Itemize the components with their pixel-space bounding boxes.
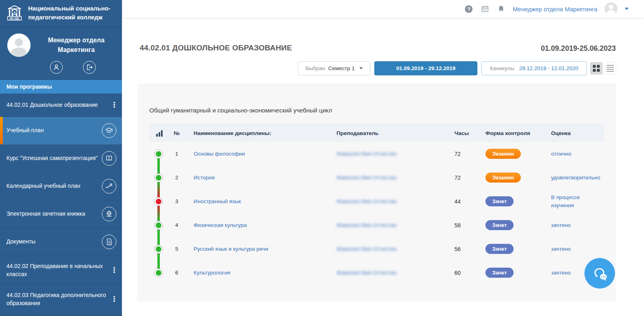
discipline-link[interactable]: Физическая культура [186,222,305,228]
view-toggles [590,62,616,75]
table-row: 2 История Фамилия Имя Отчество 72 Экзаме… [149,166,604,189]
teacher-name-blurred[interactable]: Фамилия Имя Отчество [334,222,451,228]
table-header: № Наименование дисциплины: Преподаватель… [149,124,604,142]
status-dot-red-icon [154,197,163,206]
teacher-avatar [308,265,324,281]
col-discipline: Наименование дисциплины: [186,130,305,136]
sidebar-item-self-presentation-course[interactable]: Курс "Успешная самопрезентация" [0,145,122,173]
chevron-down-icon [359,67,363,69]
status-dot-green-icon [154,150,163,158]
app-window: А НСПК Национальный социально- педагогич… [0,0,644,316]
sidebar: А НСПК Национальный социально- педагогич… [0,0,122,316]
topbar: ? Менеджер отдела Маркетинга [122,0,644,18]
sidebar-item-program-46-02-01[interactable]: 46.02.01 Документационное обеспечение уп… [0,314,122,316]
teacher-avatar [308,241,324,257]
cycle-title: Общий гуманитарный и социально-экономиче… [149,107,332,114]
page-title: 44.02.01 ДОШКОЛЬНОЕ ОБРАЗОВАНИЕ [140,44,292,52]
graduation-cap-icon [102,123,116,138]
chat-bubbles-icon [590,264,609,283]
semester-dates-button[interactable]: 01.09.2019 - 29.12.2019 [374,61,477,75]
logout-icon[interactable] [83,61,96,74]
table-row: 3 Иностранный язык Фамилия Имя Отчество … [149,189,604,213]
calendar-icon[interactable] [481,4,489,13]
program-date-range: 01.09.2019-25.06.2023 [541,44,616,53]
status-dot-green-icon [154,173,163,182]
sidebar-item-calendar-curriculum[interactable]: Календарный учебный план [0,173,122,200]
sidebar-item-curriculum[interactable]: Учебный план [0,117,122,145]
sidebar-profile: Менеджер отдела Маркетинга [0,27,122,80]
teacher-name-blurred[interactable]: Фамилия Имя Отчество [334,175,451,181]
chat-button[interactable] [584,258,615,289]
col-control: Форма контроля [482,130,547,136]
curriculum-card: Общий гуманитарный и социально-экономиче… [137,83,616,301]
teacher-name-blurred[interactable]: Фамилия Имя Отчество [334,198,451,204]
sidebar-item-program-44-02-02[interactable]: 44.02.02 Преподавание в начальных класса… [0,256,122,285]
discipline-link[interactable]: Иностранный язык [186,198,305,204]
status-dot-green-icon [154,245,163,254]
open-book-icon [102,151,116,166]
svg-text:НСПК: НСПК [10,17,19,21]
sidebar-item-documents[interactable]: Документы [0,228,122,256]
main-content: 44.02.01 ДОШКОЛЬНОЕ ОБРАЗОВАНИЕ 01.09.20… [122,18,644,316]
kebab-menu-icon[interactable]: ⋮ [111,100,116,110]
user-role: Менеджер отдела Маркетинга [38,35,115,55]
grade-value: зачтено [547,221,604,229]
controls-row: Выбран Семестр 1 01.09.2019 - 29.12.2019… [122,61,644,76]
flag-route-icon [102,179,116,193]
topbar-avatar[interactable] [605,2,617,15]
sidebar-item-program-44-02-01[interactable]: 44.02.01 Дошкольное образование ⋮ [0,94,122,117]
control-badge: Зачет [485,244,514,254]
table-row: 6 Культурология Фамилия Имя Отчество 60 … [149,261,604,285]
teacher-avatar [308,218,324,233]
status-dot-green-icon [154,268,163,277]
kebab-menu-icon[interactable]: ⋮ [111,294,116,304]
teacher-name-blurred[interactable]: Фамилия Имя Отчество [334,270,451,276]
table-row: 1 Основы философии Фамилия Имя Отчество … [149,142,604,166]
help-icon[interactable]: ? [464,4,473,13]
document-edit-icon [102,235,116,249]
disciplines-table: № Наименование дисциплины: Преподаватель… [149,124,604,285]
sidebar-section-my-programs[interactable]: Мои программы [0,80,122,94]
bar-chart-icon [156,130,168,137]
teacher-name-blurred[interactable]: Фамилия Имя Отчество [334,246,451,252]
col-teacher: Преподаватель [334,130,451,136]
col-num: № [168,130,186,136]
discipline-link[interactable]: Русский язык и культура речи [186,246,305,252]
teacher-avatar [308,170,324,185]
discipline-link[interactable]: История [186,175,305,181]
sidebar-header: А НСПК Национальный социально- педагогич… [0,0,122,27]
control-badge: Экзамен [485,173,521,183]
college-name: Национальный социально- педагогический к… [28,4,110,22]
discipline-link[interactable]: Основы философии [186,151,305,157]
profile-icon[interactable] [50,61,63,74]
sidebar-item-e-gradebook[interactable]: Электронная зачетная книжка [0,200,122,228]
topbar-user-name[interactable]: Менеджер отдела Маркетинга [513,6,597,12]
col-hours: Часы [451,130,482,136]
teacher-name-blurred[interactable]: Фамилия Имя Отчество [334,151,451,157]
grade-value: В процессе изучения [547,193,604,209]
grade-value: удовлетворительно [547,174,604,182]
table-row: 5 Русский язык и культура речи Фамилия И… [149,237,604,261]
table-row: 4 Физическая культура Фамилия Имя Отчест… [149,213,604,237]
semester-select[interactable]: Выбран Семестр 1 [298,61,370,75]
control-badge: Зачет [485,220,514,230]
table-body: 1 Основы философии Фамилия Имя Отчество … [149,142,604,285]
list-view-icon[interactable] [604,62,616,75]
grade-value: отлично [547,150,604,158]
user-avatar [7,33,31,57]
grade-value: зачтено [547,245,604,253]
globe-book-icon [102,207,116,221]
svg-text:А: А [13,10,16,15]
holidays-button[interactable]: Каникулы 29.12.2019 - 12.01.2020 [481,61,587,75]
notifications-bell-icon[interactable] [497,4,506,13]
kebab-menu-icon[interactable]: ⋮ [111,265,116,275]
teacher-avatar [308,146,324,162]
chevron-down-icon[interactable] [625,8,629,10]
teacher-avatar [308,194,324,209]
control-badge: Зачет [485,268,514,278]
college-logo-icon: А НСПК [6,4,23,22]
grid-view-icon[interactable] [590,62,603,75]
sidebar-item-program-44-02-03[interactable]: 44.02.03 Педагогика дополнительного обра… [0,285,122,314]
control-badge: Зачет [485,196,514,206]
discipline-link[interactable]: Культурология [186,270,305,276]
